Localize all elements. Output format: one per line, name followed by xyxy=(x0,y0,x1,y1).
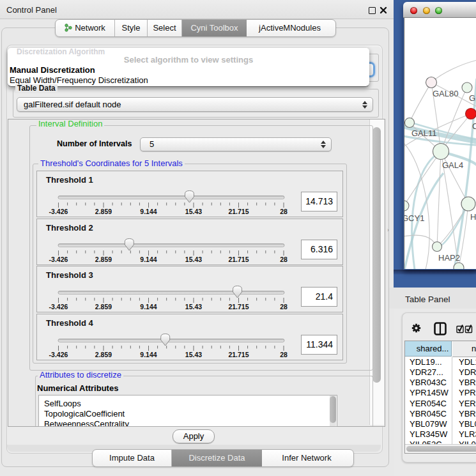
svg-text:15.43: 15.43 xyxy=(185,256,202,263)
svg-text:28: 28 xyxy=(280,256,288,263)
svg-text:-3.426: -3.426 xyxy=(49,303,68,311)
svg-text:2.859: 2.859 xyxy=(95,351,112,358)
svg-text:9.144: 9.144 xyxy=(140,208,157,215)
svg-text:28: 28 xyxy=(280,208,288,215)
svg-text:GAL80: GAL80 xyxy=(433,89,458,98)
svg-text:G.: G. xyxy=(469,93,476,103)
svg-text:2.859: 2.859 xyxy=(95,208,112,215)
svg-text:-3.426: -3.426 xyxy=(49,351,68,358)
svg-text:-3.426: -3.426 xyxy=(49,208,68,215)
svg-text:H: H xyxy=(470,212,476,222)
svg-text:9.144: 9.144 xyxy=(140,351,157,358)
svg-text:15.43: 15.43 xyxy=(185,303,202,311)
svg-text:21.715: 21.715 xyxy=(228,303,249,311)
svg-text:15.43: 15.43 xyxy=(185,208,202,215)
svg-text:15.43: 15.43 xyxy=(185,351,202,358)
svg-text:21.715: 21.715 xyxy=(228,351,249,358)
svg-text:21.715: 21.715 xyxy=(228,256,249,263)
svg-text:2.859: 2.859 xyxy=(95,303,112,311)
svg-text:2.859: 2.859 xyxy=(95,256,112,263)
svg-text:C: C xyxy=(472,121,476,131)
svg-text:HAP2: HAP2 xyxy=(438,253,460,263)
svg-text:-3.426: -3.426 xyxy=(49,256,68,263)
svg-text:28: 28 xyxy=(280,303,288,311)
svg-text:28: 28 xyxy=(280,351,288,358)
svg-text:GCY1: GCY1 xyxy=(404,213,424,223)
svg-text:GAL4: GAL4 xyxy=(442,160,463,170)
svg-text:21.715: 21.715 xyxy=(228,208,249,215)
svg-text:GAL11: GAL11 xyxy=(411,128,437,138)
svg-text:9.144: 9.144 xyxy=(140,303,157,311)
svg-text:9.144: 9.144 xyxy=(140,256,157,263)
